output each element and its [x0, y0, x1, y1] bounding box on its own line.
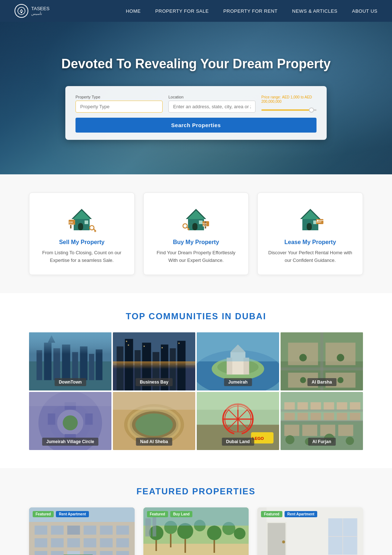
- property-1-badges: Featured Rent Apartment: [33, 511, 89, 517]
- svg-point-84: [300, 377, 306, 383]
- svg-rect-64: [179, 343, 180, 344]
- svg-text:RENT: RENT: [317, 221, 322, 223]
- svg-rect-116: [297, 402, 308, 410]
- community-alfurjan[interactable]: Al Furjan: [281, 392, 363, 450]
- svg-rect-39: [37, 350, 42, 380]
- location-input[interactable]: [168, 101, 256, 113]
- property-card-2[interactable]: Featured Buy Land Jabal Ali 9 Freehold V…: [143, 507, 249, 555]
- nav-rent[interactable]: PROPERTY FOR RENT: [223, 8, 278, 14]
- svg-rect-148: [67, 538, 80, 547]
- sell-title[interactable]: Sell My Property: [59, 239, 105, 246]
- community-dubailand[interactable]: LEGO Dubai Land: [197, 392, 279, 450]
- svg-rect-18: [192, 223, 197, 230]
- communities-section: TOP COMMUNITIES IN DUBAI: [0, 293, 392, 468]
- community-businessbay-label: Business Bay: [135, 378, 173, 386]
- svg-rect-73: [197, 332, 279, 361]
- badge-type-1: Rent Apartment: [56, 511, 89, 517]
- svg-rect-129: [284, 425, 299, 436]
- svg-rect-19: [199, 220, 203, 224]
- svg-point-176: [207, 526, 221, 540]
- svg-rect-115: [284, 402, 295, 410]
- community-jvc[interactable]: Jumeirah Village Circle: [29, 392, 111, 450]
- lease-desc: Discover Your Perfect Rental Home with o…: [268, 249, 352, 264]
- property-type-group: Property Type: [75, 95, 163, 113]
- svg-point-98: [135, 413, 173, 436]
- lease-title[interactable]: Lease My Property: [285, 239, 336, 246]
- community-downtown-label: DownTown: [54, 378, 86, 386]
- property-card-1[interactable]: ITHD GREEN Featured Rent Apartment Near …: [29, 507, 135, 555]
- price-range-label: Price range: AED 1,000 to AED 200,000,00…: [261, 95, 317, 104]
- location-group: Location: [168, 95, 256, 113]
- property-image-2: Featured Buy Land Jabal Ali 9: [143, 507, 249, 555]
- svg-point-178: [234, 528, 245, 539]
- logo[interactable]: TASEES تأسيس: [15, 4, 49, 18]
- community-nad[interactable]: Nad Al Sheba: [113, 392, 195, 450]
- logo-icon: [15, 4, 28, 18]
- nav-news[interactable]: NEWS & ARTICLES: [292, 8, 338, 14]
- navbar: TASEES تأسيس HOME PROPERTY FOR SALE PROP…: [0, 0, 392, 22]
- svg-rect-59: [113, 361, 195, 369]
- property-image-1: ITHD GREEN Featured Rent Apartment Near …: [29, 507, 135, 555]
- price-range-group: Price range: AED 1,000 to AED 200,000,00…: [261, 95, 317, 111]
- svg-rect-60: [126, 341, 127, 342]
- svg-rect-122: [297, 413, 308, 420]
- svg-rect-118: [324, 402, 334, 410]
- svg-rect-130: [302, 425, 317, 436]
- price-slider[interactable]: [261, 109, 317, 111]
- badge-featured-2: Featured: [147, 511, 168, 517]
- hero-title: Devoted To Revealing Your Dream Property: [61, 56, 331, 72]
- lease-property-card: RENT Lease My Property Discover Your Per…: [257, 193, 363, 275]
- svg-rect-61: [128, 344, 129, 345]
- buy-title[interactable]: Buy My Property: [173, 239, 219, 246]
- svg-rect-44: [72, 352, 78, 380]
- svg-rect-143: [83, 526, 96, 535]
- svg-text:BUY: BUY: [203, 225, 207, 227]
- svg-rect-123: [311, 413, 321, 420]
- nav-home[interactable]: HOME: [126, 8, 141, 14]
- communities-title: TOP COMMUNITIES IN DUBAI: [29, 311, 363, 321]
- svg-rect-120: [350, 402, 360, 410]
- nav-about[interactable]: ABOUT US: [352, 8, 377, 14]
- svg-rect-1: [21, 12, 22, 13]
- svg-rect-100: [113, 392, 195, 410]
- svg-point-0: [18, 7, 25, 15]
- community-businessbay[interactable]: Business Bay: [113, 332, 195, 390]
- community-downtown[interactable]: DownTown: [29, 332, 111, 390]
- property-type-input[interactable]: [75, 101, 163, 113]
- svg-rect-48: [29, 332, 111, 354]
- svg-rect-184: [145, 518, 151, 536]
- property-card-3[interactable]: Featured Rent Apartment Creek 10 Luxury …: [257, 507, 363, 555]
- search-fields: Property Type Location Price range: AED …: [75, 95, 317, 113]
- badge-type-2: Buy Land: [170, 511, 193, 517]
- svg-rect-156: [100, 551, 113, 555]
- svg-rect-146: [34, 538, 47, 547]
- svg-rect-145: [116, 526, 129, 535]
- property-image-3: Featured Rent Apartment Creek 10: [257, 507, 363, 555]
- svg-marker-4: [73, 210, 90, 219]
- featured-section: Featured Properties: [0, 468, 392, 555]
- svg-rect-147: [51, 538, 64, 547]
- nav-sale[interactable]: PROPERTY FOR SALE: [155, 8, 209, 14]
- price-min: AED 1,000: [282, 95, 299, 99]
- properties-grid: ITHD GREEN Featured Rent Apartment Near …: [29, 507, 363, 555]
- svg-rect-185: [152, 515, 156, 536]
- logo-text: TASEES تأسيس: [31, 6, 49, 16]
- svg-rect-119: [337, 402, 347, 410]
- svg-point-11: [90, 226, 94, 230]
- sell-icon: FOR SALE: [67, 206, 96, 233]
- svg-rect-171: [143, 544, 249, 555]
- badge-featured-3: Featured: [261, 511, 282, 517]
- svg-rect-5: [78, 223, 83, 230]
- community-albarsha[interactable]: Al Barsha: [281, 332, 363, 390]
- svg-rect-62: [144, 345, 145, 347]
- svg-point-93: [63, 415, 78, 430]
- hero-section: Devoted To Revealing Your Dream Property…: [0, 22, 392, 174]
- community-jumeirah[interactable]: Jumeirah: [197, 332, 279, 390]
- communities-grid: DownTown: [29, 332, 363, 450]
- featured-title: Featured Properties: [29, 486, 363, 497]
- svg-rect-31: [307, 223, 312, 230]
- buy-desc: Find Your Dream Property Effortlessly Wi…: [154, 249, 238, 264]
- search-button[interactable]: Search Properties: [75, 118, 317, 133]
- property-2-badges: Featured Buy Land: [147, 511, 193, 517]
- svg-rect-144: [100, 526, 113, 535]
